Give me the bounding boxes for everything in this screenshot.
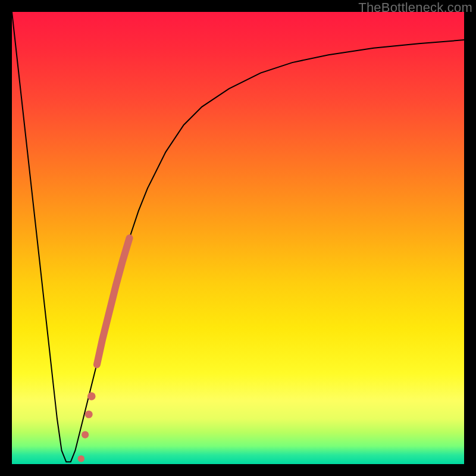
curve-path xyxy=(12,12,464,462)
highlight-dot xyxy=(78,455,84,462)
highlight-dot xyxy=(82,431,89,439)
chart-svg xyxy=(12,12,464,464)
chart-frame: TheBottleneck.com xyxy=(0,0,476,476)
highlight-dot xyxy=(87,392,96,400)
highlight-segment xyxy=(97,238,130,365)
curve-series xyxy=(12,12,464,462)
highlight-dot xyxy=(85,411,93,418)
highlight-path xyxy=(97,238,130,365)
plot-area xyxy=(12,12,464,464)
